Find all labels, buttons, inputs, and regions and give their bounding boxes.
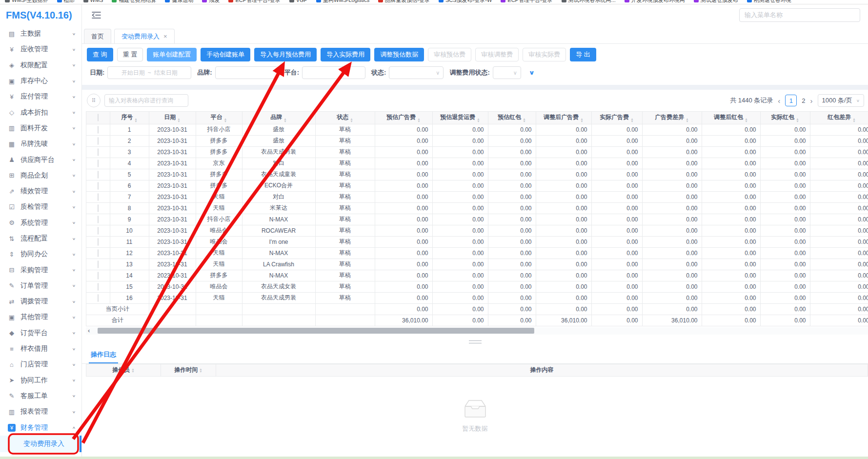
row-checkbox[interactable] (98, 283, 99, 291)
sidebar-item-cost-discount[interactable]: ◇成本折扣∨ (0, 104, 81, 120)
sidebar-collapse-icon[interactable] (92, 11, 101, 19)
sort-caret-icon[interactable]: ▲▼ (852, 118, 855, 122)
column-header-预估广告费[interactable]: 预估广告费▲▼ (375, 112, 432, 124)
reset-button[interactable]: 重 置 (117, 48, 143, 61)
sidebar-item-payable[interactable]: ¥应付管理∨ (0, 89, 81, 104)
sort-caret-icon[interactable]: ▲▼ (134, 118, 137, 122)
sort-caret-icon[interactable]: ▲▼ (199, 368, 202, 373)
sidebar-item-process-config[interactable]: ⇅流程配置∨ (0, 231, 81, 246)
sidebar-item-supplier-platform[interactable]: ♟供应商平台∨ (0, 152, 81, 167)
adjust-status-select[interactable]: ∨ (493, 66, 521, 79)
sidebar-item-transfer[interactable]: ⇄调拨管理∨ (0, 294, 81, 309)
row-checkbox[interactable] (98, 126, 99, 134)
sidebar-item-other[interactable]: ▣其他管理∨ (0, 309, 81, 325)
menu-search-input[interactable] (739, 8, 860, 22)
row-checkbox[interactable] (98, 160, 99, 167)
column-header-预估退货运费[interactable]: 预估退货运费▲▼ (432, 112, 488, 124)
sort-caret-icon[interactable]: ▲▼ (177, 118, 180, 122)
sidebar-item-system[interactable]: ⚙系统管理∨ (0, 215, 81, 231)
tab-operation-log[interactable]: 操作日志 (89, 350, 118, 363)
sort-caret-icon[interactable]: ▲▼ (350, 118, 353, 122)
column-header-广告费差异[interactable]: 广告费差异▲▼ (642, 112, 702, 124)
column-header-序号[interactable]: 序号▲▼ (110, 112, 149, 124)
row-checkbox[interactable] (98, 227, 99, 235)
prev-page-icon[interactable]: ‹ (778, 97, 780, 105)
row-checkbox[interactable] (98, 148, 99, 156)
sidebar-item-purchase[interactable]: ⊟采购管理∨ (0, 262, 81, 278)
bookmark-item[interactable]: 测试退仓预发布 (694, 0, 738, 4)
bookmark-item[interactable]: 开发环境预发布环境网 (625, 0, 685, 4)
bookmark-item[interactable]: 品牌童装预估-登录 (378, 0, 430, 4)
row-checkbox[interactable] (98, 204, 99, 212)
tab-home[interactable]: 首页 (84, 29, 111, 43)
column-header-平台[interactable]: 平台▲▼ (196, 112, 242, 124)
bill-create-config-button[interactable]: 账单创建配置 (147, 48, 197, 61)
table-search-input[interactable] (104, 94, 188, 107)
sidebar-item-ordering-platform[interactable]: ◆订货平台∨ (0, 325, 81, 341)
sidebar-item-report[interactable]: ▥报表管理∨ (0, 404, 81, 419)
log-column-header-操作时间[interactable]: 操作时间▲▼ (161, 364, 216, 377)
bookmark-item[interactable]: ECP管理平台-登录 (501, 0, 552, 4)
bookmark-item[interactable]: 植部 (57, 0, 75, 4)
bookmark-item[interactable]: 福建仓费用结算 (112, 0, 156, 4)
bookmark-item[interactable]: 重构WMS-Logistics (316, 0, 369, 4)
sidebar-item-store[interactable]: ⌂门店管理∨ (0, 357, 81, 372)
sidebar-item-product-planning[interactable]: ⊞商品企划∨ (0, 168, 81, 183)
sort-caret-icon[interactable]: ▲▼ (131, 368, 134, 373)
sort-caret-icon[interactable]: ▲▼ (686, 118, 688, 122)
bookmark-item[interactable]: 健康运动 (165, 0, 193, 4)
sidebar-item-sample-borrow[interactable]: ≡样衣借用∨ (0, 341, 81, 357)
row-checkbox[interactable] (98, 238, 99, 246)
date-range-input[interactable]: 开始日期 ~ 结束日期 (107, 66, 191, 79)
column-header-实际红包[interactable]: 实际红包▲▼ (760, 112, 810, 124)
column-header-品牌[interactable]: 品牌▲▼ (242, 112, 315, 124)
sort-caret-icon[interactable]: ▲▼ (796, 118, 799, 122)
row-checkbox[interactable] (98, 171, 99, 179)
bookmark-item[interactable]: 刚测退仓各环境 (747, 0, 791, 4)
import-monthly-estimate-button[interactable]: 导入每月预估费用 (254, 48, 317, 61)
sidebar-item-order[interactable]: ✎订单管理∨ (0, 278, 81, 294)
resize-handle[interactable] (469, 340, 482, 343)
sidebar-item-performance[interactable]: ⇗绩效管理∨ (0, 183, 81, 199)
column-header-红包差异[interactable]: 红包差异▲▼ (810, 112, 868, 124)
sort-caret-icon[interactable]: ▲▼ (224, 118, 227, 122)
sort-caret-icon[interactable]: ▲▼ (283, 118, 286, 122)
scrollbar-thumb[interactable] (98, 328, 534, 334)
row-checkbox[interactable] (98, 216, 99, 223)
sidebar-item-permission[interactable]: ◈权限配置∨ (0, 58, 81, 73)
sidebar-item-fabric-dev[interactable]: ▥面料开发∨ (0, 120, 81, 136)
adjust-estimate-data-button[interactable]: 调整预估数据 (374, 48, 424, 61)
export-button[interactable]: 导 出 (570, 48, 596, 61)
sidebar-item-service-ticket[interactable]: ✎客服工单∨ (0, 388, 81, 404)
bookmark-item[interactable]: ECP管理平台-登录 (228, 0, 280, 4)
query-button[interactable]: 查 询 (87, 48, 113, 61)
bookmark-item[interactable]: 测试环境各系统网... (562, 0, 616, 4)
bookmark-item[interactable]: 须发 (202, 0, 220, 4)
column-header-调整后红包[interactable]: 调整后红包▲▼ (702, 112, 760, 124)
next-page-icon[interactable]: › (810, 97, 813, 105)
column-header-状态[interactable]: 状态▲▼ (315, 112, 375, 124)
sort-caret-icon[interactable]: ▲▼ (580, 118, 583, 122)
sort-caret-icon[interactable]: ▲▼ (523, 118, 525, 122)
row-checkbox[interactable] (98, 249, 99, 257)
sidebar-item-tag-label[interactable]: ▦吊牌洗唛∨ (0, 136, 81, 152)
column-settings-button[interactable]: ⠿ (87, 94, 101, 107)
bookmark-item[interactable]: WMS-主数据界 (5, 0, 48, 4)
page-button-1[interactable]: 1 (785, 95, 797, 106)
row-checkbox[interactable] (98, 182, 99, 190)
column-header-预估红包[interactable]: 预估红包▲▼ (488, 112, 536, 124)
sidebar-item-collab-office[interactable]: ⇕协同办公∨ (0, 246, 81, 262)
bookmark-item[interactable]: SCS预发布-登录-W (439, 0, 492, 4)
select-all-checkbox[interactable] (98, 114, 99, 121)
sidebar-item-receivable[interactable]: ¥应收管理∨ (0, 41, 81, 57)
sort-caret-icon[interactable]: ▲▼ (630, 118, 633, 122)
column-header-实际广告费[interactable]: 实际广告费▲▼ (591, 112, 642, 124)
close-tab-icon[interactable]: × (163, 33, 167, 40)
sort-caret-icon[interactable]: ▲▼ (745, 118, 747, 122)
row-checkbox[interactable] (98, 272, 99, 279)
row-checkbox[interactable] (98, 294, 99, 302)
column-header-日期[interactable]: 日期▲▼ (149, 112, 196, 124)
expand-filters-icon[interactable]: ∨ (529, 69, 535, 76)
log-column-header-操作员[interactable]: 操作员▲▼ (86, 364, 161, 377)
sidebar-item-inventory-center[interactable]: ▣库存中心∨ (0, 73, 81, 89)
